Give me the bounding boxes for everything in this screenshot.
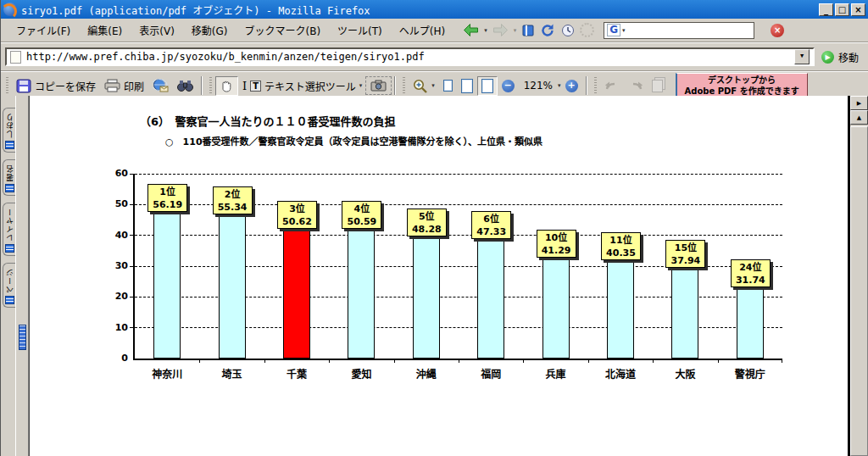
rank-label: 2位 [214,188,252,201]
value-label: 48.28 [408,223,446,236]
undo-button[interactable] [600,77,624,94]
fit-page-icon [461,79,473,93]
y-axis-tick [130,174,135,175]
fit-width-button[interactable] [477,76,498,96]
pdf-page: （6） 警察官一人当たりの１１０番受理件数の負担 ○ 110番受理件数／警察官政… [29,96,848,456]
stop-button[interactable]: × [771,24,784,37]
print-button[interactable]: 印刷 [100,76,148,96]
window-title: siryo1.pdf (application/pdf オブジェクト) - Mo… [21,3,819,17]
tab-signatures[interactable]: 署名 [3,159,15,196]
value-label: 37.94 [666,254,704,267]
rank-label: 3位 [278,203,316,215]
value-label-box: 3位50.62 [277,201,317,229]
menu-help[interactable]: ヘルプ(H) [391,20,453,40]
email-button[interactable] [148,76,173,96]
pages-tab-icon [5,296,14,304]
menu-view[interactable]: 表示(V) [131,20,183,40]
save-copy-button[interactable]: コピーを保存 [12,76,100,96]
redo-icon [628,80,643,92]
hand-tool-button[interactable] [215,76,238,96]
menu-tools[interactable]: ツール(T) [329,20,391,40]
y-axis-tick-label: 20 [103,291,128,302]
back-dropdown[interactable]: ▾ [484,27,487,34]
x-axis-tick [588,359,589,363]
separator [394,76,396,95]
search-input[interactable]: G ▾ [604,22,754,39]
tab-layers[interactable]: レイヤー [3,203,15,256]
y-axis-tick-label: 30 [103,260,128,271]
navigation-bar: http://www.pref.chiba.jp/syozoku/b_kenmi… [1,42,868,71]
bookmarks-icon[interactable] [520,23,536,38]
toolbar-grip[interactable] [594,77,597,94]
zoom-tool-dropdown[interactable]: ▾ [431,82,435,89]
menu-edit[interactable]: 編集(E) [79,20,131,40]
menu-file[interactable]: ファイル(F) [8,20,79,40]
content-area: しおり 署名 レイヤー ページ （6） 警察官一人当たりの１１０番受理件数の負担… [1,96,868,456]
maximize-button[interactable]: □ [835,3,849,16]
x-axis-tick [329,359,330,363]
x-axis-label: 愛知 [329,366,393,381]
menu-bookmarks[interactable]: ブックマーク(B) [236,20,329,40]
zoom-out-button[interactable]: − [498,77,519,95]
vertical-scrollbar[interactable]: ▶ ▲ [850,96,868,456]
create-adobe-pdf-button[interactable]: デスクトップから Adobe PDF を作成できます [676,73,808,98]
scroll-up-button[interactable]: ▲ [850,110,868,125]
forward-dropdown[interactable]: ▾ [514,27,517,34]
snapshot-tool-button[interactable] [366,77,391,94]
x-axis-tick [718,359,719,363]
floppy-icon [16,79,31,93]
text-select-tool-label: テキスト選択ツール [264,79,356,93]
tab-pages[interactable]: ページ [3,263,15,308]
zoom-tool-button[interactable]: ▾ [409,76,439,96]
y-axis-tick [130,266,135,267]
minimize-button[interactable]: _ [819,3,833,16]
x-axis-label: 沖縄 [394,366,459,381]
menu-go[interactable]: 移動(G) [183,20,236,40]
toolbar-grip[interactable] [403,77,405,94]
scrollbar-thumb[interactable] [850,126,868,456]
menu-bar: ファイル(F) 編集(E) 表示(V) 移動(G) ブックマーク(B) ツール(… [1,19,868,42]
x-axis-label: 北海道 [588,366,653,381]
x-axis-label: 神奈川 [135,366,199,381]
url-text[interactable]: http://www.pref.chiba.jp/syozoku/b_kenmi… [26,51,425,63]
print-label: 印刷 [124,79,144,93]
rank-label: 15位 [666,242,704,254]
separator [586,76,587,95]
go-button[interactable]: ▶ 移動 [820,50,864,64]
reload-button[interactable] [540,23,556,38]
fit-page-button[interactable] [457,76,477,96]
camera-icon [370,80,387,92]
toolbar-grip[interactable] [209,77,212,94]
forward-button[interactable] [492,22,509,38]
pane-expand-button[interactable]: ▶ [850,96,868,110]
zoom-level[interactable]: 121% [519,80,558,92]
value-label: 31.74 [732,274,770,286]
redo-button[interactable] [624,77,648,94]
search-engine-dropdown[interactable]: ▾ [622,27,626,34]
x-axis-label: 大阪 [653,366,717,381]
tab-bookmarks[interactable]: しおり [3,108,15,153]
toolbar-grip[interactable] [6,77,8,94]
actual-size-icon [443,80,453,92]
splitter-grip[interactable] [19,325,26,350]
y-axis-tick-label: 10 [103,322,128,333]
pane-splitter[interactable] [15,96,29,456]
bookmarks-tab-icon [5,141,14,149]
back-button[interactable] [462,22,480,38]
tab-signatures-label: 署名 [4,164,15,181]
url-field[interactable]: http://www.pref.chiba.jp/syozoku/b_kenmi… [5,47,815,66]
x-axis-tick [199,359,200,363]
close-button[interactable]: × [851,3,865,16]
text-select-tool-button[interactable]: I T テキスト選択ツール ▾ [238,76,366,96]
x-axis-label: 警視庁 [718,366,782,381]
search-document-button[interactable] [173,77,198,95]
zoom-in-button[interactable]: + [561,77,582,95]
url-dropdown-button[interactable]: ▼ [794,49,810,64]
x-axis-tick [264,359,265,363]
value-label-box: 1位56.19 [147,184,187,212]
text-tool-dropdown[interactable]: ▾ [359,82,363,89]
history-icon[interactable] [560,23,576,38]
x-axis-label: 福岡 [459,366,523,381]
copy-button[interactable] [648,77,667,95]
actual-size-button[interactable] [439,77,457,94]
